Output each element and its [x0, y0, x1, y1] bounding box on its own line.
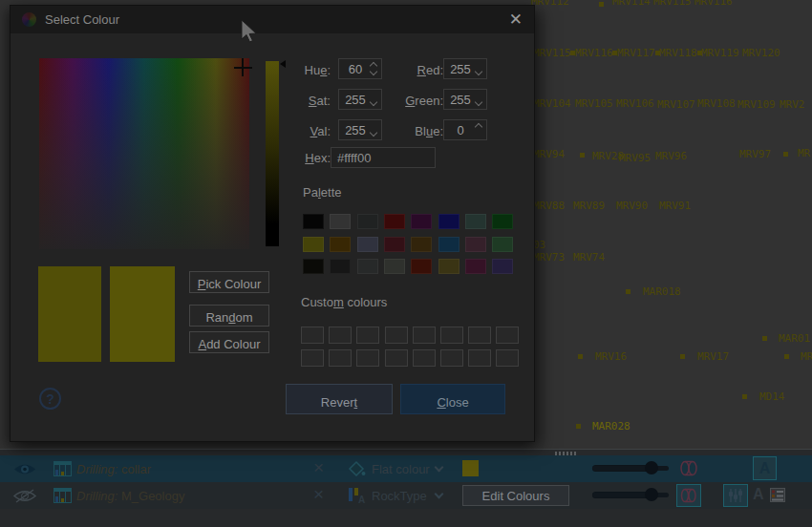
drillhole-label: MRV115: [653, 0, 692, 8]
drillhole-label: MRV89: [573, 200, 605, 212]
pick-colour-button[interactable]: Pick Colour: [189, 271, 269, 293]
dialog-titlebar[interactable]: Select Colour ✕: [11, 6, 534, 33]
custom-colour-slot[interactable]: [440, 327, 463, 344]
drillhole-label: MR: [798, 147, 810, 159]
custom-colour-slot[interactable]: [356, 327, 379, 344]
palette-swatch[interactable]: [330, 237, 351, 252]
palette-swatch[interactable]: [438, 214, 459, 229]
filter-sliders-toggle-active[interactable]: [723, 484, 748, 507]
custom-colour-slot[interactable]: [440, 349, 463, 367]
drillhole-table-icon: [53, 488, 72, 503]
palette-swatch[interactable]: [465, 214, 486, 229]
palette-swatch[interactable]: [411, 214, 432, 229]
drillhole-label: MAR018: [643, 285, 681, 298]
custom-colour-slot[interactable]: [468, 327, 491, 344]
drillhole-label: MRV108: [697, 97, 736, 110]
drillhole-label: MRV94: [533, 148, 565, 160]
labels-toggle-active[interactable]: A: [753, 456, 777, 480]
cylinder-display-toggle-active[interactable]: [676, 484, 701, 507]
custom-colour-slot[interactable]: [468, 349, 491, 367]
palette-swatch[interactable]: [357, 237, 378, 252]
palette-swatch[interactable]: [303, 214, 324, 229]
legend-list-icon[interactable]: [770, 488, 785, 502]
palette-swatch[interactable]: [492, 259, 513, 274]
sat-spinbox[interactable]: 255: [338, 89, 382, 110]
custom-colour-slot[interactable]: [413, 349, 436, 367]
display-mode-label[interactable]: Flat colour: [372, 462, 430, 476]
drillhole-label: MRV96: [655, 150, 687, 162]
svg-text:A: A: [358, 495, 365, 504]
drillhole-marker: [783, 152, 788, 157]
shape-list-row-geology[interactable]: Drilling: M_Geology × A RockType Edit Co…: [0, 482, 812, 509]
edit-colours-button[interactable]: Edit Colours: [462, 485, 569, 506]
cylinder-display-icon[interactable]: [679, 460, 699, 476]
palette-swatch[interactable]: [357, 214, 378, 229]
select-colour-dialog: Select Colour ✕ Hue: 60 Red: 255 Sat: 25…: [10, 5, 535, 442]
palette-swatch[interactable]: [384, 259, 405, 274]
custom-colour-slot[interactable]: [496, 327, 519, 344]
add-colour-button[interactable]: Add Colour: [189, 331, 269, 353]
shape-name-prefix: Drilling:: [76, 489, 118, 503]
custom-colour-slot[interactable]: [413, 327, 436, 344]
remove-shape-icon[interactable]: ×: [313, 457, 324, 478]
opacity-slider-thumb[interactable]: [645, 461, 658, 474]
custom-colour-slot[interactable]: [301, 349, 324, 367]
filter-sliders-icon: [727, 488, 744, 503]
remove-shape-icon[interactable]: ×: [313, 484, 324, 505]
close-button[interactable]: Close: [400, 384, 505, 414]
drillhole-label: MRV88: [533, 200, 565, 212]
chevron-down-icon[interactable]: [435, 463, 444, 473]
drillhole-marker: [680, 354, 685, 359]
palette-swatch[interactable]: [330, 214, 351, 229]
val-spinbox[interactable]: 255: [338, 119, 382, 140]
colour-chip[interactable]: [462, 460, 479, 476]
palette-swatch[interactable]: [303, 237, 324, 252]
value-bar[interactable]: [266, 61, 279, 246]
palette-swatch[interactable]: [384, 214, 405, 229]
revert-button[interactable]: Revert: [286, 384, 393, 414]
palette-swatch[interactable]: [492, 237, 513, 252]
palette-swatch[interactable]: [411, 237, 432, 252]
custom-colours-label: Custom colours: [301, 295, 387, 309]
custom-colour-slot[interactable]: [356, 349, 379, 367]
shape-name: Drilling: M_Geology: [76, 489, 184, 503]
drillhole-marker: [578, 354, 583, 359]
help-icon[interactable]: ?: [39, 388, 61, 410]
visibility-eye-icon[interactable]: [13, 462, 36, 476]
palette-swatch[interactable]: [303, 259, 324, 274]
custom-colour-slot[interactable]: [329, 327, 352, 344]
hue-spinbox[interactable]: 60: [338, 58, 382, 79]
palette-swatch[interactable]: [411, 259, 432, 274]
chevron-down-icon[interactable]: [435, 490, 444, 499]
palette-swatch[interactable]: [330, 259, 351, 274]
display-mode-label[interactable]: RockType: [372, 489, 427, 503]
green-spinbox[interactable]: 255: [443, 89, 487, 110]
close-icon[interactable]: ✕: [509, 10, 523, 30]
custom-colour-slot[interactable]: [329, 349, 352, 367]
palette-swatch[interactable]: [384, 237, 405, 252]
palette-swatch[interactable]: [492, 214, 513, 229]
hex-input[interactable]: #ffff00: [331, 147, 436, 168]
red-spinbox[interactable]: 255: [443, 58, 487, 79]
custom-colour-slot[interactable]: [496, 349, 519, 367]
hue-sat-picker[interactable]: [39, 58, 249, 249]
blue-spinbox[interactable]: 0: [443, 119, 487, 140]
palette-swatch[interactable]: [357, 259, 378, 274]
palette-swatch[interactable]: [465, 259, 486, 274]
rocktype-column-icon: A: [348, 487, 367, 504]
opacity-slider-thumb[interactable]: [645, 488, 658, 501]
shape-list-row-collar[interactable]: Drilling: collar × Flat colour A: [0, 455, 812, 482]
labels-toggle[interactable]: A: [753, 486, 764, 503]
palette-swatch[interactable]: [438, 237, 459, 252]
drillhole-label: MRV74: [573, 251, 605, 264]
drillhole-label: MRV117: [617, 47, 655, 59]
visibility-eye-off-icon[interactable]: [13, 489, 36, 503]
custom-colour-slot[interactable]: [385, 327, 408, 344]
palette-grid: [303, 214, 524, 281]
custom-colour-slot[interactable]: [385, 349, 408, 367]
palette-swatch[interactable]: [438, 259, 459, 274]
drillhole-label: MAR01: [779, 332, 810, 345]
random-button[interactable]: Random: [189, 305, 269, 327]
palette-swatch[interactable]: [465, 237, 486, 252]
custom-colour-slot[interactable]: [301, 327, 324, 344]
